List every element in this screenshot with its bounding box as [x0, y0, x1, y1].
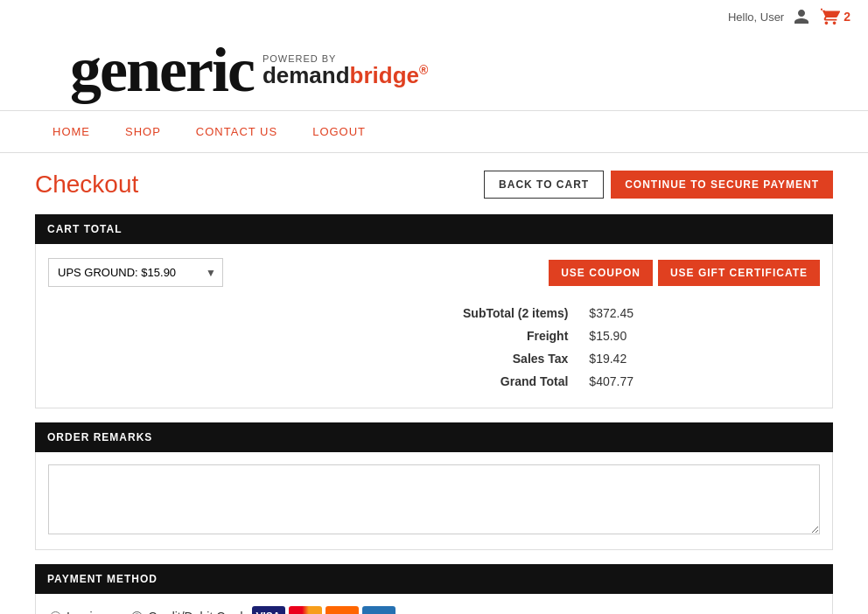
continue-to-payment-button[interactable]: CONTINUE TO SECURE PAYMENT [611, 171, 833, 199]
nav-item-contact[interactable]: CONTACT US [178, 111, 295, 152]
totals-table: SubTotal (2 items) $372.45 Freight $15.9… [48, 301, 820, 394]
checkout-header: Checkout BACK TO CART CONTINUE TO SECURE… [35, 171, 833, 199]
back-to-cart-button[interactable]: BACK TO CART [484, 171, 604, 199]
discover-icon: DISC [326, 606, 359, 614]
card-icons: VISA DISC AMEX [252, 606, 396, 614]
shipping-select[interactable]: UPS GROUND: $15.90 [48, 258, 223, 287]
nav-inner: HOME SHOP CONTACT US LOGOUT [0, 111, 868, 152]
cart-total-section: CART TOTAL UPS GROUND: $15.90 ▼ USE COUP… [35, 214, 833, 408]
freight-row: Freight $15.90 [50, 325, 818, 346]
main-content: Checkout BACK TO CART CONTINUE TO SECURE… [0, 153, 868, 614]
grand-total-row: Grand Total $407.77 [50, 371, 818, 392]
powered-by-block: POWERED BY demandbridge® [262, 53, 428, 87]
demandbridge-logo: demandbridge® [262, 64, 428, 87]
subtotal-row: SubTotal (2 items) $372.45 [50, 303, 818, 324]
shipping-coupon-row: UPS GROUND: $15.90 ▼ USE COUPON USE GIFT… [48, 258, 820, 287]
grand-total-value: $407.77 [584, 371, 818, 392]
payment-method-section: PAYMENT METHOD Invoice Credit/Debit Card… [35, 564, 833, 614]
amex-icon: AMEX [362, 606, 396, 614]
order-remarks-body [35, 452, 833, 550]
grand-total-label: Grand Total [50, 371, 582, 392]
cart-icon-wrap[interactable]: 2 [821, 7, 850, 26]
use-coupon-button[interactable]: USE COUPON [549, 260, 653, 286]
mastercard-icon [289, 606, 322, 614]
shipping-select-wrap: UPS GROUND: $15.90 ▼ [48, 258, 223, 287]
nav-item-shop[interactable]: SHOP [108, 111, 178, 152]
payment-method-header: PAYMENT METHOD [35, 564, 833, 594]
nav-item-logout[interactable]: LOGOUT [295, 111, 383, 152]
demand-text: demand [262, 62, 350, 88]
invoice-radio[interactable] [50, 611, 61, 615]
checkout-title: Checkout [35, 171, 138, 199]
main-nav: HOME SHOP CONTACT US LOGOUT [0, 110, 868, 153]
sales-tax-value: $19.42 [584, 348, 818, 369]
freight-value: $15.90 [584, 325, 818, 346]
greeting-text: Hello, User [728, 10, 784, 24]
sales-tax-label: Sales Tax [50, 348, 582, 369]
payment-options: Invoice Credit/Debit Card VISA DISC AMEX [50, 606, 818, 614]
order-remarks-section: ORDER REMARKS [35, 422, 833, 550]
nav-item-home[interactable]: HOME [35, 111, 108, 152]
use-gift-certificate-button[interactable]: USE GIFT CERTIFICATE [658, 260, 820, 286]
logo-area: generic POWERED BY demandbridge® [0, 30, 868, 110]
cart-total-header: CART TOTAL [35, 214, 833, 244]
registered-mark: ® [419, 63, 428, 77]
header-cart-area: 2 [793, 7, 850, 26]
sales-tax-row: Sales Tax $19.42 [50, 348, 818, 369]
credit-card-radio[interactable] [131, 611, 143, 615]
credit-card-label: Credit/Debit Card [148, 610, 242, 614]
freight-label: Freight [50, 325, 582, 346]
bridge-text: bridge [350, 62, 419, 88]
payment-body: Invoice Credit/Debit Card VISA DISC AMEX [35, 594, 833, 614]
coupon-buttons: USE COUPON USE GIFT CERTIFICATE [549, 260, 820, 286]
subtotal-label: SubTotal (2 items) [50, 303, 582, 324]
checkout-action-buttons: BACK TO CART CONTINUE TO SECURE PAYMENT [484, 171, 833, 199]
brand-logo[interactable]: generic [70, 38, 254, 101]
invoice-radio-label[interactable]: Invoice [50, 610, 105, 614]
visa-icon: VISA [252, 606, 285, 614]
cart-count: 2 [844, 10, 850, 24]
header-top: Hello, User 2 [0, 0, 868, 30]
credit-card-radio-label[interactable]: Credit/Debit Card VISA DISC AMEX [131, 606, 395, 614]
cart-icon [821, 7, 840, 26]
order-remarks-textarea[interactable] [48, 464, 820, 534]
invoice-label: Invoice [66, 610, 105, 614]
subtotal-value: $372.45 [584, 303, 818, 324]
cart-total-body: UPS GROUND: $15.90 ▼ USE COUPON USE GIFT… [35, 244, 833, 408]
order-remarks-header: ORDER REMARKS [35, 422, 833, 452]
user-icon [793, 8, 810, 25]
